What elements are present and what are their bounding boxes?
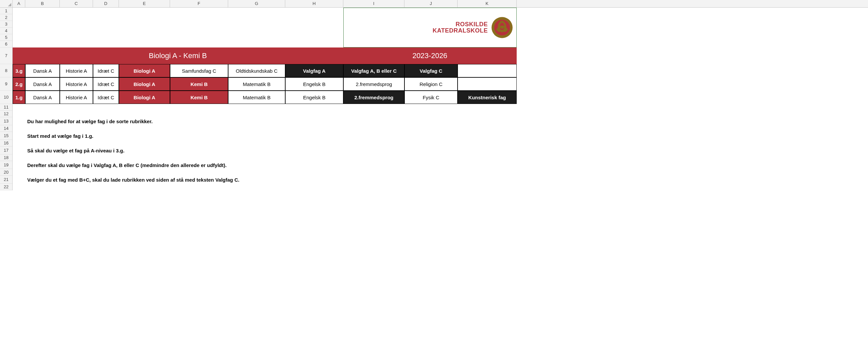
program-title[interactable]: Biologi A - Kemi B <box>12 48 343 64</box>
instruction-2[interactable]: Start med at vælge fag i 1.g. <box>25 132 517 140</box>
row-header-4[interactable]: 4 <box>0 28 12 34</box>
cell-1g-matematik[interactable]: Matematik B <box>228 91 285 104</box>
row-header-12[interactable]: 12 <box>0 110 12 117</box>
school-name-line1: ROSKILDE <box>433 21 488 28</box>
column-headers: A B C D E F G H I J K <box>0 0 868 8</box>
row-header-21[interactable]: 21 <box>0 176 12 184</box>
cell-2g-engelsk[interactable]: Engelsk B <box>285 77 343 91</box>
row-header-18[interactable]: 18 <box>0 154 12 161</box>
cell-2g-dansk[interactable]: Dansk A <box>25 77 60 91</box>
spreadsheet: A B C D E F G H I J K 1 2 3 4 5 6 7 8 9 … <box>0 0 868 190</box>
row-header-5[interactable]: 5 <box>0 34 12 41</box>
row-header-2[interactable]: 2 <box>0 14 12 21</box>
row-header-15[interactable]: 15 <box>0 132 12 140</box>
cell-3g-valgfag-c[interactable]: Valgfag C <box>404 64 458 77</box>
col-header-H[interactable]: H <box>285 0 343 7</box>
cell-1g-idraet[interactable]: Idræt C <box>93 91 119 104</box>
cell-1g-biologi[interactable]: Biologi A <box>119 91 170 104</box>
school-emblem-icon <box>491 17 513 38</box>
row-header-16[interactable]: 16 <box>0 140 12 147</box>
cell-3g-valgfag-abc[interactable]: Valgfag A, B eller C <box>343 64 404 77</box>
cell-1g-historie[interactable]: Historie A <box>60 91 93 104</box>
col-header-I[interactable]: I <box>343 0 404 7</box>
col-header-K[interactable]: K <box>458 0 517 7</box>
school-logo: ROSKILDE KATEDRALSKOLE <box>343 8 517 48</box>
cell-3g-historie[interactable]: Historie A <box>60 64 93 77</box>
cell-3g-samfundsfag[interactable]: Samfundsfag C <box>170 64 228 77</box>
cell-2g-idraet[interactable]: Idræt C <box>93 77 119 91</box>
cell-2g-kemi[interactable]: Kemi B <box>170 77 228 91</box>
row-header-11[interactable]: 11 <box>0 104 12 110</box>
svg-point-2 <box>501 26 503 29</box>
col-header-E[interactable]: E <box>119 0 170 7</box>
row-header-3[interactable]: 3 <box>0 21 12 28</box>
cell-1g-dansk[interactable]: Dansk A <box>25 91 60 104</box>
cell-2g-fremmedsprog[interactable]: 2.fremmedsprog <box>343 77 404 91</box>
row-header-17[interactable]: 17 <box>0 147 12 154</box>
row-header-10[interactable]: 10 <box>0 91 12 104</box>
col-header-B[interactable]: B <box>25 0 60 7</box>
row-headers: 1 2 3 4 5 6 7 8 9 10 11 12 13 14 15 16 1… <box>0 8 12 190</box>
cell-3g-valgfag-a[interactable]: Valgfag A <box>285 64 343 77</box>
cell-3g-dansk[interactable]: Dansk A <box>25 64 60 77</box>
grade-2g-badge[interactable]: 2.g <box>12 77 25 91</box>
row-header-19[interactable]: 19 <box>0 161 12 169</box>
cell-3g-idraet[interactable]: Idræt C <box>93 64 119 77</box>
cell-1g-engelsk[interactable]: Engelsk B <box>285 91 343 104</box>
instruction-1[interactable]: Du har mulighed for at vælge fag i de so… <box>25 117 517 125</box>
cell-2g-biologi[interactable]: Biologi A <box>119 77 170 91</box>
cell-1g-fysik[interactable]: Fysik C <box>404 91 458 104</box>
col-header-J[interactable]: J <box>404 0 458 7</box>
instruction-4[interactable]: Derefter skal du vælge fag i Valgfag A, … <box>25 161 517 169</box>
cell-2g-empty-k[interactable] <box>458 77 517 91</box>
cell-2g-matematik[interactable]: Matematik B <box>228 77 285 91</box>
school-name-line2: KATEDRALSKOLE <box>433 28 488 34</box>
cell-1g-kunstnerisk[interactable]: Kunstnerisk fag <box>458 91 517 104</box>
instruction-3[interactable]: Så skal du vælge et fag på A-niveau i 3.… <box>25 147 517 154</box>
row-header-8[interactable]: 8 <box>0 64 12 77</box>
col-header-C[interactable]: C <box>60 0 93 7</box>
row-header-9[interactable]: 9 <box>0 77 12 91</box>
cell-2g-religion[interactable]: Religion C <box>404 77 458 91</box>
row-header-7[interactable]: 7 <box>0 48 12 64</box>
svg-point-3 <box>498 29 500 32</box>
instruction-5[interactable]: Vælger du et fag med B+C, skal du lade r… <box>25 176 517 184</box>
row-header-22[interactable]: 22 <box>0 184 12 190</box>
col-header-F[interactable]: F <box>170 0 228 7</box>
cell-2g-historie[interactable]: Historie A <box>60 77 93 91</box>
cell-grid[interactable]: ROSKILDE KATEDRALSKOLE <box>12 8 868 190</box>
col-header-D[interactable]: D <box>93 0 119 7</box>
row-header-13[interactable]: 13 <box>0 117 12 125</box>
cell-3g-oldtidskundskab[interactable]: Oldtidskundskab C <box>228 64 285 77</box>
row-header-6[interactable]: 6 <box>0 41 12 48</box>
select-all-corner[interactable] <box>0 0 12 7</box>
program-years[interactable]: 2023-2026 <box>343 48 517 64</box>
svg-point-4 <box>504 29 506 32</box>
cell-1g-fremmedsprog[interactable]: 2.fremmedsprog <box>343 91 404 104</box>
cell-3g-biologi[interactable]: Biologi A <box>119 64 170 77</box>
school-logo-text: ROSKILDE KATEDRALSKOLE <box>433 21 488 34</box>
col-header-G[interactable]: G <box>228 0 285 7</box>
row-header-1[interactable]: 1 <box>0 8 12 14</box>
col-header-A[interactable]: A <box>12 0 25 7</box>
grade-1g-badge[interactable]: 1.g <box>12 91 25 104</box>
row-header-20[interactable]: 20 <box>0 169 12 176</box>
row-header-14[interactable]: 14 <box>0 125 12 132</box>
grade-3g-badge[interactable]: 3.g <box>12 64 25 77</box>
cell-1g-kemi[interactable]: Kemi B <box>170 91 228 104</box>
cell-3g-empty-k[interactable] <box>458 64 517 77</box>
